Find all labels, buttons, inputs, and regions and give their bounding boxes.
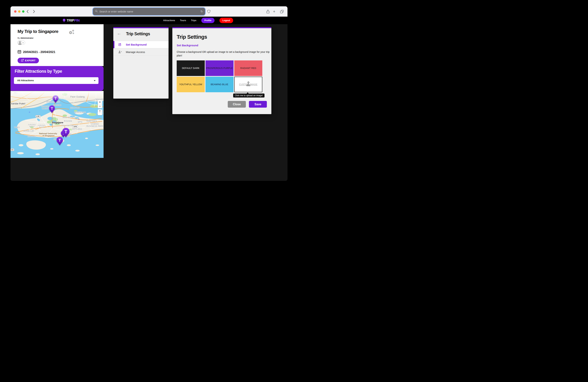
- desktop-backdrop: ↻ + T: [0, 0, 294, 191]
- swatch-prosperous-purple[interactable]: PROSPEROUS PURPLE: [206, 60, 233, 76]
- svg-text:T: T: [64, 129, 67, 134]
- map-zoom-control: + −: [98, 100, 102, 108]
- new-tab-icon[interactable]: +: [273, 10, 275, 13]
- brand-pin: PIN: [74, 19, 80, 22]
- map-pin[interactable]: T: [52, 95, 59, 104]
- swatch-label: PROSPEROUS PURPLE: [206, 67, 233, 69]
- trippin-logo[interactable]: T TRIPPIN: [63, 19, 80, 22]
- logout-button[interactable]: Logout: [219, 18, 233, 23]
- settings-menu-item-manage-access[interactable]: Manage Access: [113, 48, 168, 56]
- export-icon: [21, 59, 24, 62]
- swatch-default-dark[interactable]: DEFAULT DARK: [177, 60, 205, 76]
- filter-panel: Filter Attractions by Type All Attractio…: [10, 66, 104, 91]
- url-input[interactable]: [99, 10, 201, 13]
- trip-title: My Trip to Singapore: [18, 29, 58, 34]
- swatch-custom-image[interactable]: CUSTOM IMAGE: [234, 77, 262, 92]
- calendar-icon: [18, 50, 21, 54]
- window-zoom-button[interactable]: [22, 10, 24, 13]
- settings-panel-subtitle: Set Background: [177, 44, 198, 47]
- back-arrow-icon[interactable]: ←: [117, 31, 121, 36]
- settings-menu-item-label: Manage Access: [126, 50, 145, 54]
- reload-icon[interactable]: ↻: [201, 10, 203, 13]
- pan-down-icon[interactable]: ▼: [98, 112, 102, 114]
- nav-link-tours[interactable]: Tours: [180, 19, 186, 22]
- zoom-in-button[interactable]: +: [98, 100, 102, 104]
- modal-accent-strip: [172, 27, 271, 28]
- share-icon[interactable]: [266, 10, 270, 14]
- nav-link-attractions[interactable]: Attractions: [163, 19, 175, 22]
- settings-panel-description: Choose a background OR upload an image t…: [177, 50, 270, 57]
- modal-accent-strip: [113, 27, 168, 28]
- add-member-button[interactable]: +: [21, 40, 25, 45]
- map-pin[interactable]: T: [49, 105, 55, 114]
- trip-settings-gear-icon[interactable]: ⚙⚙⚙: [69, 30, 76, 36]
- window-close-button[interactable]: [14, 10, 17, 13]
- upload-tooltip: Click me to upload an image!: [233, 94, 265, 97]
- swatch-label: CUSTOM IMAGE: [239, 83, 257, 86]
- swatch-youthful-yellow[interactable]: YOUTHFUL YELLOW: [177, 77, 205, 92]
- settings-menu-item-label: Set Background: [126, 43, 147, 46]
- select-value: All Attractions: [17, 79, 34, 82]
- nav-link-trips[interactable]: Trips: [191, 19, 196, 22]
- settings-panel-title: Trip Settings: [177, 34, 207, 40]
- map-pin[interactable]: T: [56, 137, 63, 146]
- pan-up-icon[interactable]: ▲: [98, 109, 102, 112]
- trip-date-range: 20/04/2021 - 20/04/2021: [23, 50, 55, 54]
- trip-sidebar: My Trip to Singapore ⚙⚙⚙ By Administrato…: [10, 24, 104, 181]
- map-pin[interactable]: T: [62, 128, 70, 138]
- swatch-label: YOUTHFUL YELLOW: [179, 83, 202, 86]
- map-canvas[interactable]: E3Pasir GudangTANJUNGLANGWOODLANDSkandar…: [10, 91, 104, 158]
- settings-menu-item-set-background[interactable]: Set Background: [113, 41, 168, 48]
- trip-author: By Administrator: [18, 37, 34, 39]
- trip-header-card: My Trip to Singapore ⚙⚙⚙ By Administrato…: [10, 24, 104, 66]
- export-button[interactable]: EXPORT: [18, 58, 39, 63]
- shield-icon: [207, 10, 210, 14]
- svg-text:T: T: [55, 96, 57, 100]
- filter-title: Filter Attractions by Type: [15, 69, 62, 74]
- app-navbar: T TRIPPIN AttractionsToursTrips Profile …: [10, 17, 288, 24]
- swatch-radiant-red[interactable]: RADIANT RED: [234, 60, 262, 76]
- back-icon[interactable]: [26, 10, 29, 13]
- forward-icon[interactable]: [33, 10, 35, 13]
- profile-button[interactable]: Profile: [201, 18, 214, 23]
- swatch-label: DEFAULT DARK: [182, 67, 200, 69]
- settings-menu-title: Trip Settings: [126, 32, 150, 36]
- svg-text:T: T: [51, 107, 53, 111]
- swatch-beaming-blue[interactable]: BEAMING BLUE: [206, 77, 233, 92]
- svg-text:T: T: [59, 138, 61, 143]
- browser-window: ↻ + T: [10, 6, 288, 181]
- search-icon: [95, 10, 98, 13]
- address-bar[interactable]: ↻: [93, 8, 205, 15]
- window-minimize-button[interactable]: [18, 10, 21, 13]
- close-button[interactable]: Close: [228, 101, 246, 108]
- chevron-down-icon: [94, 80, 96, 81]
- map-pan-control[interactable]: ▲ ▼: [98, 109, 102, 115]
- swatch-label: RADIANT RED: [240, 67, 256, 69]
- attraction-type-select[interactable]: All Attractions: [14, 77, 99, 84]
- swatch-label: BEAMING BLUE: [211, 83, 228, 86]
- tabs-overview-icon[interactable]: [280, 10, 284, 14]
- logo-pin-icon: T: [63, 19, 65, 22]
- trip-settings-menu-modal: ← Trip Settings Set BackgroundManage Acc…: [113, 27, 168, 98]
- brand-trip: TRIP: [67, 19, 74, 22]
- save-button[interactable]: Save: [249, 101, 267, 108]
- browser-toolbar: ↻ +: [10, 6, 288, 17]
- trip-settings-panel-modal: Trip Settings Set Background Choose a ba…: [172, 27, 271, 114]
- edit-icon: [118, 43, 122, 46]
- user-plus-icon: [118, 50, 122, 54]
- svg-text:T: T: [63, 19, 65, 21]
- zoom-out-button[interactable]: −: [98, 104, 102, 108]
